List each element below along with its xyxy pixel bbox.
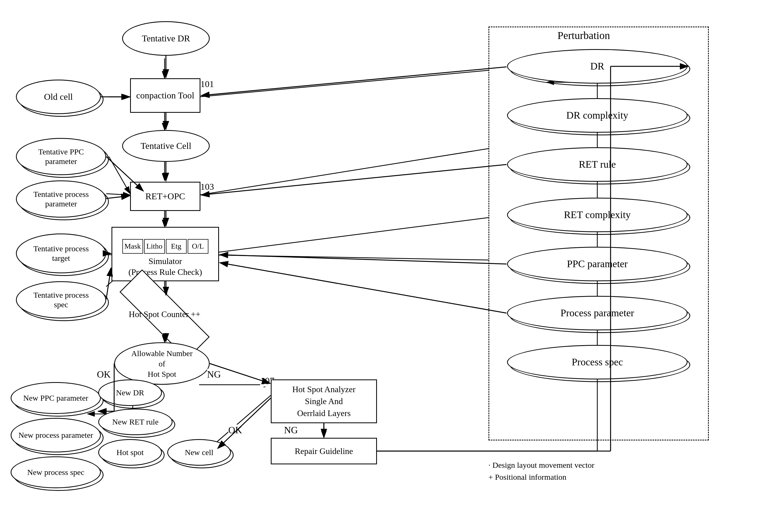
new-ppc-ellipse: New PPC parameter [11,382,101,414]
svg-line-48 [220,263,507,313]
ppc-parameter-label: PPC parameter [567,258,628,270]
label-ok2: OK [228,425,242,436]
tentative-dr-label: Tentative DR [142,33,190,44]
litho-box: Litho [144,239,165,254]
new-cell-label: New cell [185,448,213,457]
ret-complexity-ellipse: RET complexity [507,198,688,232]
new-cell-ellipse: New cell [167,439,231,466]
tentative-process-param-ellipse: Tentative processparameter [16,180,106,218]
new-process-param-label: New process parameter [18,430,93,440]
new-process-param-ellipse: New process parameter [11,418,101,452]
ppc-parameter-ellipse: PPC parameter [507,247,688,281]
hot-spot-ellipse: Hot spot [98,439,162,466]
dr-complexity-label: DR complexity [566,109,628,122]
allowable-number-label: Allowable NumberofHot Spot [131,348,193,379]
new-ppc-label: New PPC parameter [23,393,88,403]
svg-line-46 [201,165,507,195]
svg-line-36 [106,268,111,299]
svg-line-10 [106,194,130,195]
svg-line-9 [109,157,130,194]
diagram: Tentative DR 101 conpaction Tool Tentati… [0,0,768,532]
repair-guideline-label: Repair Guideline [295,446,353,456]
svg-line-21 [199,149,489,195]
new-dr-ellipse: New DR [98,379,162,406]
dr-complexity-ellipse: DR complexity [507,98,688,133]
svg-line-34 [106,196,129,198]
footnote: · Design layout movement vector+ Positio… [489,459,594,483]
label-103: 103 [200,182,214,192]
hot-spot-counter-diamond: Hot Spot Counter ++ [114,296,215,333]
dr-ellipse: DR [507,49,688,84]
old-cell-label: Old cell [44,92,73,102]
allowable-number-ellipse: Allowable NumberofHot Spot [114,342,210,385]
tentative-process-spec-label: Tentative processspec [33,290,89,309]
tentative-process-spec-ellipse: Tentative processspec [16,281,106,318]
svg-line-23 [199,255,489,260]
tentative-cell-ellipse: Tentative Cell [122,130,210,162]
ret-rule-label: RET rule [579,158,616,171]
tentative-process-target-label: Tentative processtarget [33,244,89,263]
new-ret-rule-ellipse: New RET rule [98,409,172,435]
svg-line-20 [199,70,489,97]
hot-spot-analyzer-label: Hot Spot AnalyzerSingle AndOerrlaid Laye… [292,383,355,419]
repair-guideline-box: Repair Guideline [271,438,377,464]
ret-opc-box: RET+OPC [130,182,200,211]
tentative-ppc-ellipse: Tentative PPCparameter [16,138,106,175]
svg-line-45 [201,67,507,96]
tentative-process-target-ellipse: Tentative processtarget [16,233,106,273]
tentative-dr-ellipse: Tentative DR [122,21,210,56]
compaction-tool-label: conpaction Tool [136,90,194,101]
mask-box: Mask [122,239,143,254]
svg-line-47 [220,255,507,264]
label-ng1: NG [207,369,221,380]
tentative-cell-label: Tentative Cell [140,141,191,152]
tentative-ppc-label: Tentative PPCparameter [38,147,84,166]
label-101: 101 [200,79,214,89]
new-dr-label: New DR [116,388,144,397]
label-ok1: OK [97,369,111,380]
old-cell-ellipse: Old cell [16,80,101,114]
etg-box: Etg [166,239,187,254]
hot-spot-label: Hot spot [116,448,144,457]
svg-line-44 [218,398,271,448]
process-parameter-ellipse: Process parameter [507,296,688,330]
new-ret-rule-label: New RET rule [112,417,158,427]
simulator-box: Mask Litho Etg O/L Simulator(Process Rul… [111,227,219,281]
ol-box: O/L [188,239,208,254]
svg-line-24 [212,395,271,446]
perturbation-label: Perturbation [558,29,610,42]
dr-label: DR [590,60,605,72]
label-ng2: NG [284,425,298,436]
tentative-process-param-label: Tentative processparameter [33,189,89,209]
compaction-tool-box: conpaction Tool [130,78,200,113]
process-spec-label: Process spec [572,356,623,368]
svg-line-22 [199,218,489,255]
new-process-spec-label: New process spec [27,468,84,477]
ret-complexity-label: RET complexity [564,209,631,221]
process-spec-ellipse: Process spec [507,345,688,379]
new-process-spec-ellipse: New process spec [11,456,101,488]
ret-rule-ellipse: RET rule [507,147,688,182]
ret-opc-label: RET+OPC [145,191,185,201]
process-parameter-label: Process parameter [560,307,634,319]
hot-spot-analyzer-box: Hot Spot AnalyzerSingle AndOerrlaid Laye… [271,379,377,423]
